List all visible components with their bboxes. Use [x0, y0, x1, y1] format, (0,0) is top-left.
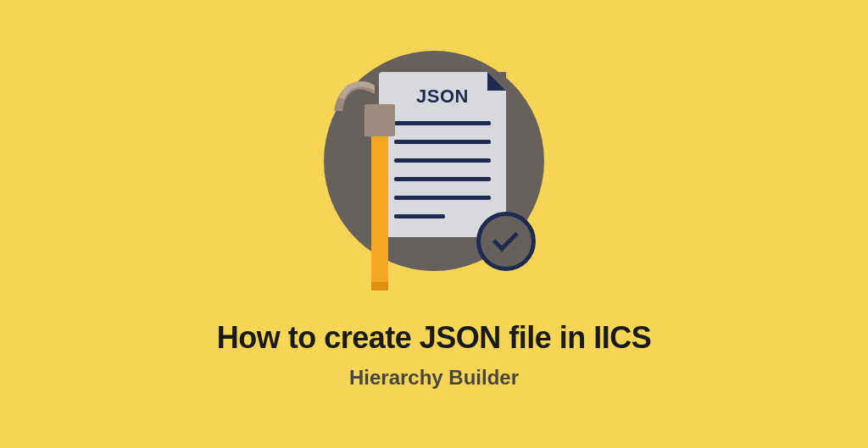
page-subtitle: Hierarchy Builder: [349, 366, 519, 390]
page-title: How to create JSON file in IICS: [217, 320, 652, 356]
hammer-handle: [371, 130, 388, 290]
json-label: JSON: [416, 86, 469, 108]
hammer-icon: [341, 83, 417, 290]
checkmark-badge: [476, 212, 536, 271]
document-fold-icon: [487, 72, 506, 91]
hammer-handle-tip: [371, 282, 388, 290]
hero-graphic: JSON: [307, 42, 561, 296]
checkmark-icon: [492, 224, 519, 251]
hammer-claw-icon: [332, 79, 379, 113]
